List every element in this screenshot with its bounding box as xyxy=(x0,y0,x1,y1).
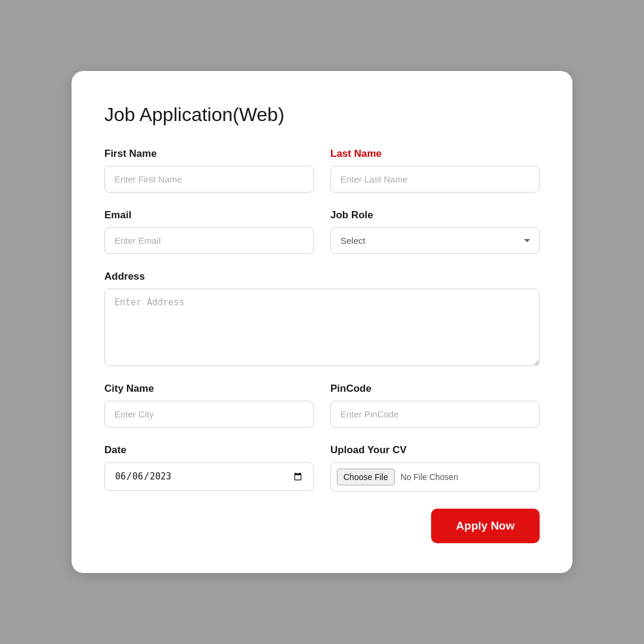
title-suffix: (Web) xyxy=(233,104,284,125)
last-name-input[interactable] xyxy=(330,166,540,193)
label-address: Address xyxy=(104,271,540,283)
label-job-role: Job Role xyxy=(330,209,540,221)
group-upload-cv: Upload Your CV Choose File No File Chose… xyxy=(330,444,540,492)
group-pincode: PinCode xyxy=(330,383,540,428)
label-upload-cv: Upload Your CV xyxy=(330,444,540,456)
date-input[interactable] xyxy=(104,462,314,491)
row-address: Address xyxy=(104,271,540,366)
group-city: City Name xyxy=(104,383,314,428)
label-date: Date xyxy=(104,444,314,456)
label-city: City Name xyxy=(104,383,314,395)
job-role-select-wrapper: Select Developer Designer Manager Analys… xyxy=(330,227,540,254)
file-input-wrapper[interactable]: Choose File No File Chosen xyxy=(330,462,540,492)
title-main: Job Application xyxy=(104,104,233,125)
label-first-name: First Name xyxy=(104,148,314,160)
row-city-pin: City Name PinCode xyxy=(104,383,540,428)
job-role-select[interactable]: Select Developer Designer Manager Analys… xyxy=(330,227,540,254)
email-input[interactable] xyxy=(104,227,314,254)
city-input[interactable] xyxy=(104,401,314,428)
row-name: First Name Last Name xyxy=(104,148,540,193)
group-email: Email xyxy=(104,209,314,254)
group-date: Date xyxy=(104,444,314,492)
pincode-input[interactable] xyxy=(330,401,540,428)
form-card: Job Application(Web) First Name Last Nam… xyxy=(72,71,572,573)
group-last-name: Last Name xyxy=(330,148,540,193)
label-pincode: PinCode xyxy=(330,383,540,395)
address-textarea[interactable] xyxy=(104,289,540,366)
first-name-input[interactable] xyxy=(104,166,314,193)
group-job-role: Job Role Select Developer Designer Manag… xyxy=(330,209,540,254)
group-address: Address xyxy=(104,271,540,366)
button-row: Apply Now xyxy=(104,509,540,543)
apply-now-button[interactable]: Apply Now xyxy=(431,509,540,543)
label-email: Email xyxy=(104,209,314,221)
label-last-name: Last Name xyxy=(330,148,540,160)
row-date-cv: Date Upload Your CV Choose File No File … xyxy=(104,444,540,492)
row-email-jobrole: Email Job Role Select Developer Designer… xyxy=(104,209,540,254)
group-first-name: First Name xyxy=(104,148,314,193)
page-title: Job Application(Web) xyxy=(104,101,540,126)
